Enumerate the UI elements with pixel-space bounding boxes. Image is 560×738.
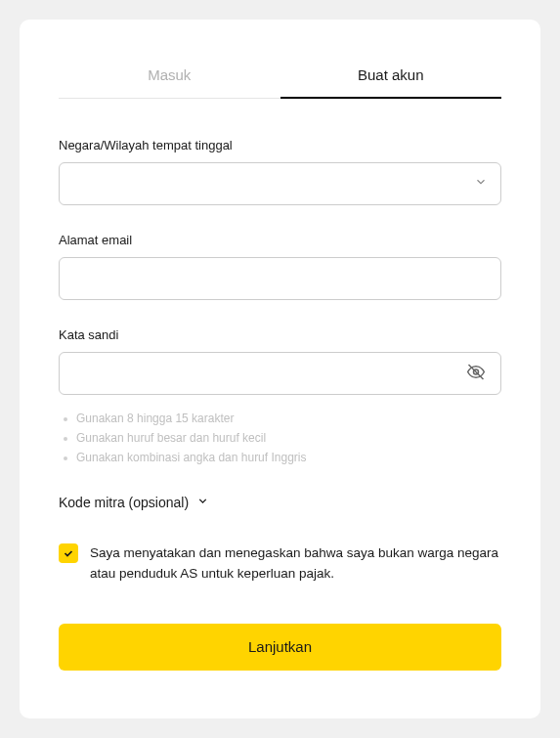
check-icon — [63, 547, 74, 559]
password-field[interactable] — [59, 352, 501, 395]
eye-off-icon — [466, 370, 486, 385]
signup-card: Masuk Buat akun Negara/Wilayah tempat ti… — [20, 20, 540, 718]
country-label: Negara/Wilayah tempat tinggal — [59, 138, 501, 152]
declaration-checkbox[interactable] — [59, 543, 78, 563]
partner-code-toggle[interactable]: Kode mitra (opsional) — [59, 495, 501, 510]
toggle-password-visibility[interactable] — [462, 359, 490, 389]
email-field[interactable] — [59, 257, 501, 300]
country-field: Negara/Wilayah tempat tinggal — [59, 138, 501, 205]
partner-code-label: Kode mitra (opsional) — [59, 495, 189, 510]
password-hint: Gunakan 8 hingga 15 karakter — [59, 409, 501, 428]
declaration-text: Saya menyatakan dan menegaskan bahwa say… — [90, 543, 501, 585]
email-field-group: Alamat email — [59, 233, 501, 300]
password-hint: Gunakan huruf besar dan huruf kecil — [59, 428, 501, 448]
password-hints: Gunakan 8 hingga 15 karakter Gunakan hur… — [59, 409, 501, 467]
email-label: Alamat email — [59, 233, 501, 247]
chevron-down-icon — [196, 495, 209, 510]
password-field-group: Kata sandi Gunakan 8 hingga 15 karakter … — [59, 327, 501, 467]
tab-signup[interactable]: Buat akun — [280, 49, 502, 99]
password-hint: Gunakan kombinasi angka dan huruf Inggri… — [59, 448, 501, 467]
continue-button[interactable]: Lanjutkan — [59, 624, 501, 671]
tab-login[interactable]: Masuk — [59, 49, 280, 99]
auth-tabs: Masuk Buat akun — [59, 49, 501, 99]
password-label: Kata sandi — [59, 327, 501, 342]
country-select[interactable] — [59, 162, 501, 205]
declaration-row: Saya menyatakan dan menegaskan bahwa say… — [59, 543, 501, 585]
